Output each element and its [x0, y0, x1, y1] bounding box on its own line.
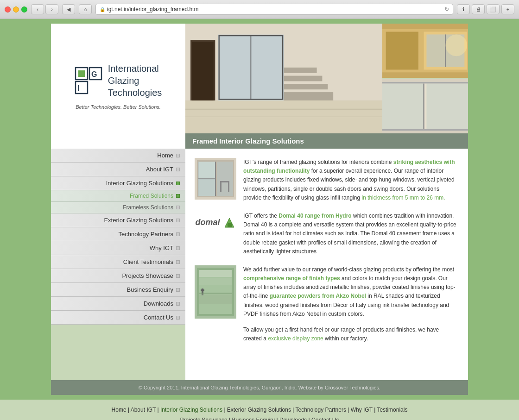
browser-chrome: ‹ › ◀ ⌂ 🔒 igt.net.in/interior_glazing_fr… — [0, 0, 519, 19]
logo-area: G I International Glazing Technologies B… — [51, 24, 185, 149]
sidebar-item-projects[interactable]: Projects Showcase — [51, 269, 185, 283]
svg-rect-18 — [185, 109, 382, 110]
sidebar-item-why-label: Why IGT — [150, 244, 173, 251]
content-section-1: IGT's range of framed glazing solutions … — [195, 158, 459, 202]
sidebar-item-projects-label: Projects Showcase — [122, 272, 173, 279]
print-button[interactable]: 🖨 — [472, 4, 485, 14]
main-content: IGT's range of framed glazing solutions … — [185, 149, 468, 380]
nav-indicator-framed — [176, 194, 180, 198]
address-bar[interactable]: 🔒 igt.net.in/interior_glazing_framed.htm… — [95, 4, 453, 15]
nav-indicator-home — [176, 154, 180, 157]
bottom-nav-exterior[interactable]: Exterior Glazing Solutions — [227, 407, 291, 413]
sidebar-subitem-frameless[interactable]: Frameless Solutions — [51, 202, 185, 213]
sidebar-subitem-framed-label: Framed Solutions — [130, 193, 173, 199]
svg-rect-43 — [199, 180, 215, 196]
sidebar-item-partners[interactable]: Technology Partners — [51, 227, 185, 241]
svg-rect-29 — [382, 83, 424, 129]
logo-company-name: International Glazing Technologies — [108, 63, 162, 99]
new-tab-button[interactable]: + — [501, 4, 514, 14]
sidebar: Home About IGT Interior Glazing Solution… — [51, 149, 185, 380]
nav-indicator-testimonials — [176, 260, 180, 264]
svg-rect-57 — [199, 295, 232, 304]
svg-rect-35 — [382, 129, 468, 131]
nav-indicator-downloads — [176, 302, 180, 306]
sidebar-subitem-framed[interactable]: Framed Solutions — [51, 190, 185, 202]
svg-rect-1 — [78, 70, 85, 77]
svg-rect-17 — [192, 42, 214, 100]
expand-button[interactable]: ⬜ — [487, 4, 500, 14]
nav-indicator-projects — [176, 274, 180, 278]
bottom-nav-downloads[interactable]: Downloads — [279, 417, 307, 420]
bottom-nav-contact[interactable]: Contact Us — [311, 417, 339, 420]
bottom-nav-enquiry[interactable]: Business Enquiry — [232, 417, 275, 420]
svg-rect-42 — [199, 162, 215, 178]
bottom-nav-interior[interactable]: Interior Glazing Solutions — [160, 407, 222, 413]
bottom-nav-about[interactable]: About IGT — [131, 407, 156, 413]
page-title: Framed Interior Glazing Solutions — [192, 137, 304, 145]
svg-rect-56 — [199, 278, 232, 285]
copyright-text: © Copyright 2011, International Glazing … — [139, 385, 380, 390]
svg-rect-39 — [217, 162, 233, 196]
content-text-3-wrapper: We add further value to our range of wor… — [243, 265, 459, 344]
sidebar-item-enquiry-label: Business Enquiry — [127, 286, 173, 293]
bottom-nav-projects[interactable]: Projects Showcase — [180, 417, 228, 420]
fullscreen-button[interactable] — [21, 6, 27, 13]
bottom-nav-partners[interactable]: Technology Partners — [296, 407, 346, 413]
header-main-image — [185, 24, 382, 133]
svg-marker-48 — [228, 223, 232, 227]
sidebar-subitem-frameless-label: Frameless Solutions — [123, 204, 173, 211]
content-section-2: domal IGT offers the Domal 40 range from… — [195, 212, 459, 256]
logo-graphic: G I International Glazing Technologies — [75, 63, 162, 99]
history-button[interactable]: ◀ — [62, 4, 75, 14]
bottom-nav-testimonials[interactable]: Testimonials — [377, 407, 407, 413]
igt-logo-icon: G I — [75, 67, 102, 94]
page-wrapper: G I International Glazing Technologies B… — [51, 24, 468, 395]
domal-text: domal — [195, 218, 220, 227]
svg-point-26 — [445, 34, 467, 56]
sidebar-item-why[interactable]: Why IGT — [51, 241, 185, 255]
svg-rect-55 — [199, 270, 232, 277]
header-side-image-bottom — [382, 78, 468, 133]
home-button[interactable]: ⌂ — [79, 4, 92, 14]
content-image-windows — [195, 158, 236, 200]
svg-rect-22 — [386, 32, 418, 70]
refresh-icon[interactable]: ↻ — [444, 6, 449, 13]
content-text-1: IGT's range of framed glazing solutions … — [243, 158, 459, 202]
sidebar-item-home[interactable]: Home — [51, 149, 185, 163]
nav-indicator-exterior — [176, 219, 180, 222]
content-section-3: We add further value to our range of wor… — [195, 265, 459, 344]
page-title-bar: Framed Interior Glazing Solutions — [185, 133, 468, 149]
svg-rect-53 — [201, 289, 204, 291]
nav-indicator-about — [176, 168, 180, 171]
sidebar-item-about-label: About IGT — [146, 166, 173, 173]
sidebar-item-contact-label: Contact Us — [144, 314, 173, 321]
sidebar-item-enquiry[interactable]: Business Enquiry — [51, 283, 185, 297]
content-text-3: We add further value to our range of wor… — [243, 265, 459, 319]
close-button[interactable] — [5, 6, 11, 13]
lock-icon: 🔒 — [100, 7, 105, 12]
domal-brand: domal — [195, 216, 235, 229]
content-layout: Home About IGT Interior Glazing Solution… — [51, 149, 468, 380]
sidebar-item-partners-label: Technology Partners — [118, 231, 173, 238]
sidebar-item-contact[interactable]: Contact Us — [51, 311, 185, 325]
sidebar-item-interior[interactable]: Interior Glazing Solutions — [51, 176, 185, 190]
site-footer: © Copyright 2011, International Glazing … — [51, 380, 468, 395]
forward-button[interactable]: › — [45, 4, 58, 14]
back-button[interactable]: ‹ — [31, 4, 44, 14]
logo-text: International Glazing Technologies — [108, 63, 162, 99]
header-side-images — [382, 24, 468, 133]
domal-logo-area: domal — [195, 212, 236, 256]
sidebar-item-about[interactable]: About IGT — [51, 163, 185, 176]
logo-tagline: Better Technologies. Better Solutions. — [76, 104, 161, 110]
info-button[interactable]: ℹ — [457, 4, 470, 14]
bottom-nav-home[interactable]: Home — [112, 407, 127, 413]
svg-rect-15 — [284, 92, 334, 100]
bottom-nav-why[interactable]: Why IGT — [351, 407, 373, 413]
sidebar-item-downloads-label: Downloads — [144, 300, 173, 307]
sidebar-item-testimonials[interactable]: Client Testimonials — [51, 255, 185, 269]
minimize-button[interactable] — [13, 6, 19, 13]
sidebar-item-exterior[interactable]: Exterior Glazing Solutions — [51, 213, 185, 227]
nav-indicator-enquiry — [176, 288, 180, 292]
sidebar-item-downloads[interactable]: Downloads — [51, 297, 185, 311]
svg-rect-34 — [382, 82, 468, 84]
